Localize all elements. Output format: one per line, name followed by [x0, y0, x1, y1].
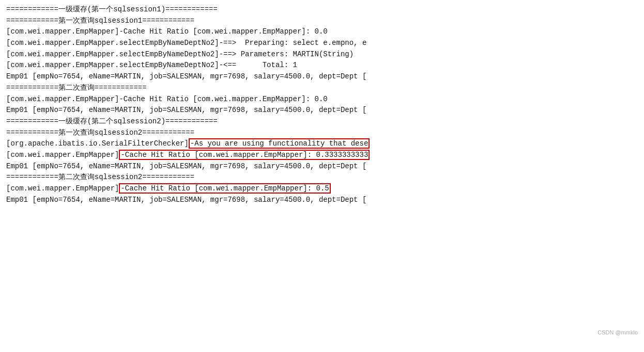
- console-line-highlight-mid: [com.wei.mapper.EmpMapper]-Cache Hit Rat…: [6, 150, 638, 161]
- console-line: ============第一次查询sqlsession1============: [6, 15, 638, 27]
- console-line: [com.wei.mapper.EmpMapper.selectEmpByNam…: [6, 38, 638, 49]
- console-line-highlight-only: [com.wei.mapper.EmpMapper]-Cache Hit Rat…: [6, 183, 638, 195]
- console-line: Emp01 [empNo=7654, eName=MARTIN, job=SAL…: [6, 105, 638, 116]
- watermark: CSDN @mmklo: [597, 329, 638, 335]
- console-line: [com.wei.mapper.EmpMapper]-Cache Hit Rat…: [6, 26, 638, 38]
- line-prefix: [com.wei.mapper.EmpMapper]: [6, 151, 119, 159]
- console-line: ============第二次查询sqlsession2============: [6, 172, 638, 183]
- console-line: [com.wei.mapper.EmpMapper.selectEmpByNam…: [6, 49, 638, 60]
- console-line: ============第二次查询============: [6, 83, 638, 94]
- console-line: Emp01 [empNo=7654, eName=MARTIN, job=SAL…: [6, 195, 638, 206]
- console-line: [com.wei.mapper.EmpMapper.selectEmpByNam…: [6, 60, 638, 71]
- console-line: Emp01 [empNo=7654, eName=MARTIN, job=SAL…: [6, 71, 638, 83]
- console-line-highlight-start: [org.apache.ibatis.io.SerialFilterChecke…: [6, 138, 638, 150]
- highlighted-segment: -Cache Hit Ratio [com.wei.mapper.EmpMapp…: [119, 150, 370, 160]
- highlighted-segment: -Cache Hit Ratio [com.wei.mapper.EmpMapp…: [119, 183, 330, 194]
- console-line: [com.wei.mapper.EmpMapper]-Cache Hit Rat…: [6, 94, 638, 105]
- console-area: ============一级缓存(第一个sqlsession1)========…: [0, 0, 644, 341]
- console-line: ============第一次查询sqlsession2============: [6, 127, 638, 139]
- console-line: Emp01 [empNo=7654, eName=MARTIN, job=SAL…: [6, 161, 638, 172]
- highlighted-segment: -As you are using functionality that des…: [189, 138, 370, 149]
- line-prefix: [com.wei.mapper.EmpMapper]: [6, 184, 119, 193]
- line-prefix: [org.apache.ibatis.io.SerialFilterChecke…: [6, 139, 189, 148]
- console-line: ============一级缓存(第一个sqlsession1)========…: [6, 4, 638, 15]
- console-line: ============一级缓存(第二个sqlsession2)========…: [6, 116, 638, 127]
